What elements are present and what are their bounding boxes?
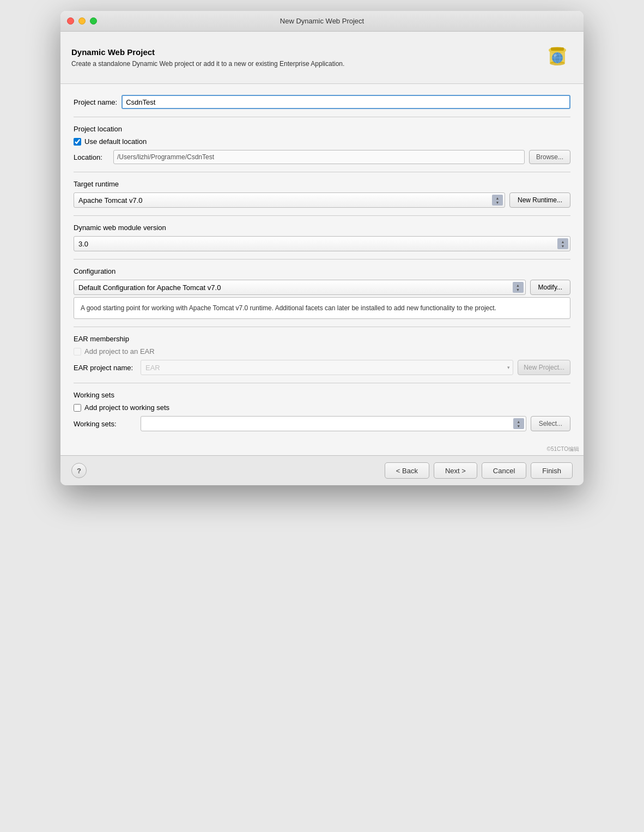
project-name-input[interactable] [121,95,570,109]
watermark: ©51CTO编辑 [60,444,584,455]
header-text: Dynamic Web Project Create a standalone … [71,47,344,68]
location-label: Location: [74,153,109,161]
use-default-location-row: Use default location [74,137,570,146]
separator-6 [74,383,570,383]
target-runtime-combo[interactable]: Apache Tomcat v7.0 [74,192,505,208]
project-name-label: Project name: [74,98,117,106]
separator-3 [74,215,570,216]
dynamic-web-module-combo[interactable]: 3.0 [74,236,570,251]
target-runtime-section-label: Target runtime [74,180,570,188]
use-default-location-checkbox[interactable] [74,138,81,146]
configuration-select[interactable]: Default Configuration for Apache Tomcat … [74,280,526,295]
target-runtime-select[interactable]: Apache Tomcat v7.0 [74,192,505,208]
add-to-ear-checkbox[interactable] [74,348,81,355]
location-row: Location: Browse... [74,150,570,164]
separator-1 [74,117,570,117]
working-sets-field-row: Working sets: Select... [74,416,570,431]
help-button[interactable]: ? [71,463,87,478]
back-button[interactable]: < Back [385,462,429,479]
ear-project-name-label: EAR project name: [74,364,136,372]
content-area: Project name: Project location Use defau… [60,84,584,444]
ear-project-name-combo: EAR ▾ [141,360,513,375]
window-controls [67,17,97,25]
separator-5 [74,327,570,327]
working-sets-field-label: Working sets: [74,420,136,428]
browse-button[interactable]: Browse... [529,150,570,164]
configuration-combo[interactable]: Default Configuration for Apache Tomcat … [74,280,526,295]
cancel-button[interactable]: Cancel [482,462,526,479]
window-title: New Dynamic Web Project [280,17,364,25]
configuration-description: A good starting point for working with A… [74,297,570,319]
maximize-button[interactable] [90,17,97,25]
add-to-working-sets-row: Add project to working sets [74,403,570,412]
new-project-button: New Project... [518,360,570,375]
add-to-working-sets-label[interactable]: Add project to working sets [84,403,169,412]
header-section: Dynamic Web Project Create a standalone … [60,32,584,84]
dynamic-web-module-section-label: Dynamic web module version [74,224,570,232]
configuration-row: Default Configuration for Apache Tomcat … [74,280,570,295]
add-to-ear-row: Add project to an EAR [74,347,570,355]
location-input[interactable] [113,150,525,164]
select-button[interactable]: Select... [531,416,570,431]
project-location-section-label: Project location [74,125,570,133]
configuration-section-label: Configuration [74,267,570,275]
main-window: New Dynamic Web Project Dynamic Web Proj… [60,11,584,485]
ear-project-name-row: EAR project name: EAR ▾ New Project... [74,360,570,375]
svg-rect-3 [551,47,564,51]
target-runtime-row: Apache Tomcat v7.0 New Runtime... [74,192,570,208]
globe-icon [542,41,573,74]
close-button[interactable] [67,17,74,25]
ear-project-name-select: EAR [141,360,513,375]
separator-4 [74,259,570,260]
working-sets-combo[interactable] [141,416,526,431]
separator-2 [74,172,570,172]
working-sets-select[interactable] [141,416,526,431]
ear-membership-section-label: EAR membership [74,335,570,343]
finish-button[interactable]: Finish [531,462,573,479]
working-sets-section-label: Working sets [74,391,570,399]
modify-button[interactable]: Modify... [530,280,570,295]
use-default-location-label[interactable]: Use default location [84,137,147,146]
add-to-working-sets-checkbox[interactable] [74,404,81,412]
add-to-ear-label[interactable]: Add project to an EAR [84,347,155,355]
bottom-bar: ? < Back Next > Cancel Finish [60,455,584,485]
minimize-button[interactable] [78,17,86,25]
dynamic-web-module-select[interactable]: 3.0 [74,236,570,251]
project-name-row: Project name: [74,95,570,109]
dynamic-web-module-row: 3.0 [74,236,570,251]
page-title: Dynamic Web Project [71,47,344,57]
page-description: Create a standalone Dynamic Web project … [71,60,344,68]
next-button[interactable]: Next > [434,462,477,479]
titlebar: New Dynamic Web Project [60,11,584,32]
new-runtime-button[interactable]: New Runtime... [509,192,570,208]
